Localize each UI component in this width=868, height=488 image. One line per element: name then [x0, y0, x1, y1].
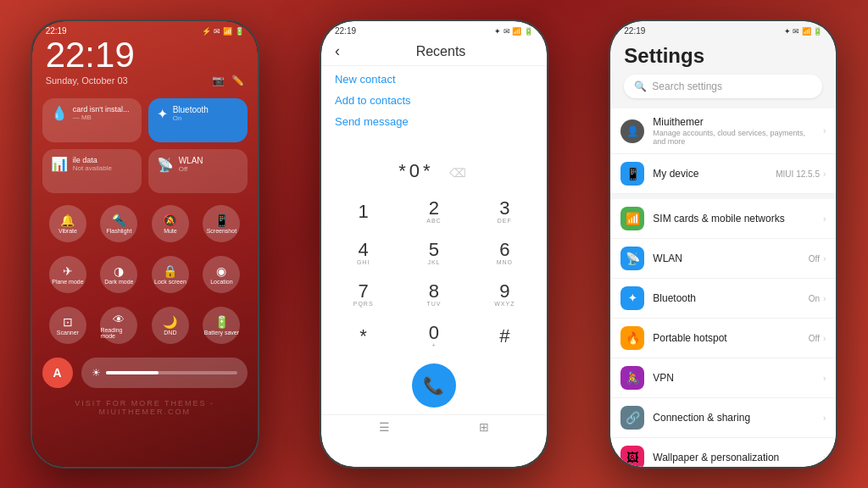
- settings-item-miuithemer[interactable]: 👤 Miuithemer Manage accounts, cloud serv…: [610, 108, 836, 154]
- settings-item-vpn[interactable]: 🚴 VPN ›: [610, 358, 836, 398]
- cc-edit-icon[interactable]: ✏️: [231, 75, 244, 86]
- cc-reading[interactable]: 👁 Reading mode: [100, 307, 137, 344]
- dial-key-9[interactable]: 9 WXYZ: [470, 274, 540, 315]
- chevron-icon: ›: [823, 374, 826, 383]
- send-message-link[interactable]: Send message: [335, 115, 533, 128]
- dial-key-1[interactable]: 1: [328, 191, 398, 232]
- phone2-status-icons: ✦ ✉ 📶 🔋: [494, 27, 533, 36]
- chevron-icon: ›: [823, 169, 826, 179]
- dial-key-star[interactable]: *: [328, 315, 398, 357]
- phone2-status-bar: 22:19 ✦ ✉ 📶 🔋: [321, 21, 547, 37]
- cc-battery-saver[interactable]: 🔋 Battery saver: [203, 307, 240, 344]
- call-button[interactable]: 📞: [412, 363, 456, 408]
- settings-title: Settings: [624, 44, 822, 68]
- settings-item-hotspot[interactable]: 🔥 Portable hotspot Off ›: [610, 319, 836, 358]
- chevron-icon: ›: [823, 126, 826, 136]
- cc-circles-row1: 🔔 Vibrate 🔦 Flashlight 🔕 Mute 📱 Screensh…: [32, 198, 258, 249]
- settings-item-mydevice[interactable]: 📱 My device MIUI 12.5.5 ›: [610, 154, 836, 194]
- cc-tile-data[interactable]: 💧 card isn't instal... — MB: [42, 98, 142, 142]
- cc-location[interactable]: ◉ Location: [203, 256, 240, 293]
- settings-list: 👤 Miuithemer Manage accounts, cloud serv…: [610, 108, 836, 194]
- bluetooth-icon: ✦: [620, 286, 644, 310]
- cc-circles-row2: ✈ Plane mode ◑ Dark mode 🔒 Lock screen ◉…: [32, 249, 258, 300]
- cc-scanner[interactable]: ⊡ Scanner: [49, 307, 86, 344]
- settings-header: Settings 🔍 Search settings: [610, 37, 836, 103]
- cc-tile-bluetooth[interactable]: ✦ Bluetooth On: [148, 98, 248, 142]
- phone1-status-icons: ⚡ ✉ 📶 🔋: [202, 27, 244, 36]
- dialer-nav: ☰ ⊞: [321, 414, 547, 439]
- search-icon: 🔍: [634, 80, 647, 92]
- dial-key-7[interactable]: 7 PQRS: [328, 274, 398, 315]
- cc-time: 22:19: [32, 37, 258, 73]
- cc-camera-icon[interactable]: 📷: [212, 75, 225, 86]
- dial-key-4[interactable]: 4 GHI: [328, 232, 398, 274]
- add-contacts-link[interactable]: Add to contacts: [335, 94, 533, 107]
- phone2-frame: 22:19 ✦ ✉ 📶 🔋 ‹ Recents New contact Add …: [320, 19, 548, 469]
- cc-vibrate[interactable]: 🔔 Vibrate: [49, 205, 86, 242]
- dialer-display: *0* ⌫: [321, 143, 547, 191]
- phone2-screen: 22:19 ✦ ✉ 📶 🔋 ‹ Recents New contact Add …: [321, 21, 547, 467]
- settings-item-sim[interactable]: 📶 SIM cards & mobile networks ›: [610, 199, 836, 239]
- dialer-title: Recents: [348, 44, 533, 59]
- settings-search-bar[interactable]: 🔍 Search settings: [624, 75, 822, 98]
- cc-circles-row3: ⊡ Scanner 👁 Reading mode 🌙 DND 🔋 Battery…: [32, 300, 258, 351]
- cc-dnd[interactable]: 🌙 DND: [152, 307, 189, 344]
- cc-screenshot[interactable]: 📱 Screenshot: [203, 205, 240, 242]
- cc-flashlight[interactable]: 🔦 Flashlight: [100, 205, 137, 242]
- chevron-icon: ›: [823, 334, 826, 343]
- chevron-icon: ›: [823, 294, 826, 303]
- dialer-bottom: 📞: [321, 357, 547, 414]
- chevron-icon: ›: [823, 453, 826, 463]
- cc-brightness-control[interactable]: ☀: [81, 358, 248, 388]
- nav-menu-icon[interactable]: ☰: [379, 420, 390, 434]
- phone3-status-icons: ✦ ✉ 📶 🔋: [784, 27, 823, 36]
- wallpaper-icon: 🖼: [620, 446, 644, 467]
- nav-grid-icon[interactable]: ⊞: [479, 420, 489, 434]
- connection-icon: 🔗: [620, 406, 644, 430]
- settings-item-wallpaper[interactable]: 🖼 Wallpaper & personalization ›: [610, 438, 836, 467]
- mydevice-icon: 📱: [620, 162, 644, 186]
- cc-mute[interactable]: 🔕 Mute: [152, 205, 189, 242]
- settings-network-section: 📶 SIM cards & mobile networks › 📡 WLAN O…: [610, 199, 836, 467]
- cc-tiles: 💧 card isn't instal... — MB ✦ Bluetooth …: [32, 93, 258, 198]
- dial-key-2[interactable]: 2 ABC: [398, 191, 469, 232]
- dial-grid: 1 2 ABC 3 DEF 4 GHI 5 JKL 6 MNO: [321, 191, 547, 357]
- dial-key-5[interactable]: 5 JKL: [398, 232, 469, 274]
- phone1-status-bar: 22:19 ⚡ ✉ 📶 🔋: [32, 21, 258, 37]
- dial-key-6[interactable]: 6 MNO: [470, 232, 540, 274]
- settings-item-connection[interactable]: 🔗 Connection & sharing ›: [610, 398, 836, 438]
- phone3-frame: 22:19 ✦ ✉ 📶 🔋 Settings 🔍 Search settings…: [609, 19, 837, 469]
- settings-item-wlan[interactable]: 📡 WLAN Off ›: [610, 239, 836, 279]
- cc-airplane[interactable]: ✈ Plane mode: [49, 256, 86, 293]
- dialer-header: ‹ Recents: [321, 37, 547, 66]
- dial-key-0[interactable]: 0 +: [398, 315, 469, 357]
- settings-item-bluetooth[interactable]: ✦ Bluetooth On ›: [610, 279, 836, 319]
- chevron-icon: ›: [823, 413, 826, 423]
- dial-key-8[interactable]: 8 TUV: [398, 274, 469, 315]
- phone2-status-time: 22:19: [335, 26, 356, 36]
- phone3-screen: 22:19 ✦ ✉ 📶 🔋 Settings 🔍 Search settings…: [610, 21, 836, 467]
- phone3-status-time: 22:19: [624, 26, 645, 36]
- cc-tile-mobile[interactable]: 📊 ile data Not available: [42, 149, 142, 193]
- phone1-screen: 22:19 ⚡ ✉ 📶 🔋 22:19 Sunday, October 03 📷…: [32, 21, 258, 467]
- cc-date: Sunday, October 03 📷 ✏️: [32, 73, 258, 93]
- cc-lockscreen[interactable]: 🔒 Lock screen: [152, 256, 189, 293]
- cc-darkmode[interactable]: ◑ Dark mode: [100, 256, 137, 293]
- dial-key-hash[interactable]: #: [470, 315, 540, 357]
- dialer-back-button[interactable]: ‹: [335, 42, 340, 60]
- chevron-icon: ›: [823, 214, 826, 224]
- miuithemer-avatar: 👤: [620, 119, 644, 143]
- delete-icon[interactable]: ⌫: [449, 166, 470, 180]
- vpn-icon: 🚴: [620, 366, 644, 390]
- cc-avatar[interactable]: A: [42, 358, 73, 388]
- dial-key-3[interactable]: 3 DEF: [470, 191, 540, 232]
- wlan-icon: 📡: [620, 247, 644, 270]
- dialer-actions: New contact Add to contacts Send message: [321, 66, 547, 143]
- phone1-status-time: 22:19: [46, 26, 67, 36]
- new-contact-link[interactable]: New contact: [335, 73, 533, 86]
- chevron-icon: ›: [823, 254, 826, 263]
- cc-tile-wlan[interactable]: 📡 WLAN Off: [148, 149, 248, 193]
- sim-icon: 📶: [620, 207, 644, 230]
- phone1-frame: 22:19 ⚡ ✉ 📶 🔋 22:19 Sunday, October 03 📷…: [31, 19, 259, 469]
- cc-bottom-bar: A ☀: [32, 351, 258, 395]
